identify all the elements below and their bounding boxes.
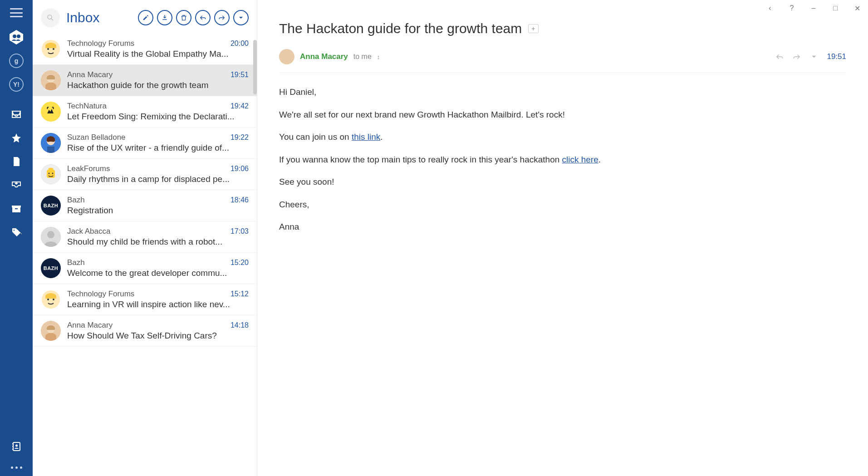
svg-rect-4 (12, 206, 21, 207)
message-time: 19:51 (230, 71, 249, 79)
svg-point-34 (53, 299, 54, 300)
body-line: See you soon! (279, 176, 846, 188)
message-avatar: BAZH (41, 196, 61, 216)
message-from: TechNatura (67, 102, 107, 111)
message-row[interactable]: LeakForums19:06Daily rhythms in a camp f… (33, 159, 257, 190)
body-line: Cheers, (279, 198, 846, 211)
starred-icon[interactable] (8, 130, 25, 146)
archive-icon[interactable] (8, 201, 25, 217)
message-subject: Registration (67, 206, 249, 216)
inbox-icon[interactable] (8, 106, 25, 123)
svg-rect-3 (12, 207, 20, 212)
message-row[interactable]: Technology Forums20:00Virtual Reality is… (33, 34, 257, 65)
message-from: Technology Forums (67, 290, 134, 299)
message-time: 15:20 (230, 259, 249, 267)
message-from: Bazh (67, 258, 85, 267)
reading-pane: ‹ ? – □ ✕ The Hackaton guide for the gro… (257, 0, 868, 476)
search-button[interactable] (41, 8, 60, 27)
message-subject: Learning in VR will inspire action like … (67, 299, 249, 309)
body-line: We're all set for our next brand new Gro… (279, 108, 846, 121)
message-time: 19:22 (230, 133, 249, 142)
message-avatar (41, 227, 61, 247)
delete-button[interactable] (176, 10, 191, 25)
message-from: Jack Abacca (67, 227, 110, 236)
svg-point-17 (53, 48, 54, 50)
tags-icon[interactable] (8, 224, 25, 240)
sender-name[interactable]: Anna Macary (300, 52, 348, 61)
message-avatar (41, 290, 61, 309)
message-subject: Daily rhythms in a camp for displaced pe… (67, 174, 249, 184)
message-from: Technology Forums (67, 39, 134, 48)
body-line: Hi Daniel, (279, 86, 846, 98)
message-row[interactable]: BAZHBazh18:46Registration (33, 190, 257, 221)
reader-subject-row: The Hackaton guide for the growth team + (279, 21, 846, 36)
message-subject: How Should We Tax Self-Driving Cars? (67, 331, 249, 341)
address-book-icon[interactable] (8, 438, 25, 455)
expand-recipients-icon[interactable]: ↕ (377, 54, 380, 60)
help-button[interactable]: ? (785, 4, 798, 12)
message-subject: Hackathon guide for the growth team (67, 80, 249, 90)
message-from: Bazh (67, 196, 85, 205)
contacts-account-icon[interactable] (8, 29, 25, 45)
drafts-icon[interactable] (8, 153, 25, 170)
svg-point-2 (17, 34, 20, 38)
message-time: 14:18 (230, 321, 249, 329)
reader-subject: The Hackaton guide for the growth team (279, 21, 522, 36)
message-row[interactable]: Suzan Belladone19:22Rise of the UX write… (33, 128, 257, 159)
svg-point-27 (49, 173, 50, 174)
message-subject: Rise of the UX writer - a friendly guide… (67, 143, 249, 153)
reply-icon[interactable] (775, 53, 784, 61)
message-subject: Welcome to the great developer commu... (67, 268, 249, 278)
add-tag-button[interactable]: + (528, 24, 538, 33)
recipient-label: to me (353, 53, 372, 61)
message-subject: Let Freedom Sing: Remixing the Declarati… (67, 112, 249, 122)
svg-point-8 (15, 445, 18, 447)
forward-icon[interactable] (792, 53, 801, 61)
message-row[interactable]: Technology Forums15:12Learning in VR wil… (33, 284, 257, 315)
list-header: Inbox (33, 0, 257, 34)
google-account-icon[interactable]: g (8, 53, 25, 69)
message-avatar (41, 70, 61, 90)
message-time: 19:06 (230, 165, 249, 173)
more-icon[interactable] (11, 466, 22, 469)
message-time: 18:46 (230, 196, 249, 204)
back-button[interactable]: ‹ (764, 4, 776, 12)
body-line: You can join us on this link. (279, 131, 846, 143)
svg-point-1 (13, 34, 16, 38)
compose-button[interactable] (138, 10, 153, 25)
forward-button[interactable] (214, 10, 230, 25)
message-subject: Should my child be friends with a robot.… (67, 237, 249, 247)
close-button[interactable]: ✕ (851, 4, 863, 13)
message-row[interactable]: Jack Abacca17:03Should my child be frien… (33, 221, 257, 253)
message-row[interactable]: Anna Macary19:51Hackathon guide for the … (33, 65, 257, 96)
sent-icon[interactable] (8, 177, 25, 193)
maximize-button[interactable]: □ (829, 4, 842, 12)
sender-avatar[interactable] (279, 49, 294, 64)
list-toolbar (138, 10, 249, 25)
yahoo-account-icon[interactable]: Y! (8, 76, 25, 93)
tips-link[interactable]: click here (562, 155, 598, 164)
more-actions-button[interactable] (233, 10, 249, 25)
scrollbar[interactable] (253, 40, 257, 94)
message-row[interactable]: Anna Macary14:18How Should We Tax Self-D… (33, 315, 257, 347)
join-link[interactable]: this link (352, 132, 380, 142)
search-icon (46, 14, 54, 22)
message-time: 17:03 (230, 227, 249, 236)
dropdown-icon[interactable] (809, 53, 819, 61)
message-row[interactable]: TechNatura19:42Let Freedom Sing: Remixin… (33, 96, 257, 128)
reply-button[interactable] (195, 10, 211, 25)
download-button[interactable] (157, 10, 172, 25)
message-avatar (41, 102, 61, 122)
svg-marker-0 (10, 30, 23, 44)
minimize-button[interactable]: – (807, 4, 820, 12)
svg-point-16 (47, 48, 49, 50)
message-from: Anna Macary (67, 321, 113, 330)
window-titlebar: ‹ ? – □ ✕ (257, 0, 868, 16)
message-time: 15:12 (230, 290, 249, 298)
svg-point-28 (52, 173, 54, 174)
menu-icon[interactable] (10, 8, 23, 17)
svg-point-12 (48, 15, 52, 19)
message-avatar (41, 39, 61, 59)
message-row[interactable]: BAZHBazh15:20Welcome to the great develo… (33, 253, 257, 284)
message-avatar (41, 164, 61, 184)
